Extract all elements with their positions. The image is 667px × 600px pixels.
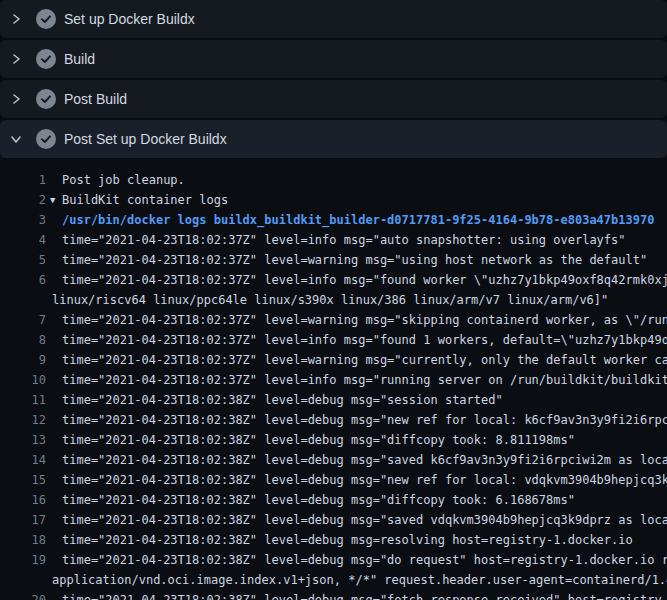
step-label: Build (64, 51, 95, 67)
log-text: time="2021-04-23T18:02:37Z" level=info m… (46, 330, 667, 350)
log-text: time="2021-04-23T18:02:38Z" level=debug … (46, 590, 667, 600)
log-line: 13time="2021-04-23T18:02:38Z" level=debu… (0, 430, 667, 450)
log-command-text: /usr/bin/docker logs buildx_buildkit_bui… (46, 210, 667, 230)
step-label: Post Build (64, 91, 127, 107)
actions-log-viewer: Set up Docker Buildx Build Post Bu (0, 0, 667, 600)
log-text: time="2021-04-23T18:02:38Z" level=debug … (46, 450, 667, 470)
steps-list: Set up Docker Buildx Build Post Bu (0, 0, 667, 158)
line-number[interactable]: 11 (0, 390, 46, 410)
step-label: Post Set up Docker Buildx (64, 131, 227, 147)
log-text: time="2021-04-23T18:02:37Z" level=info m… (46, 230, 667, 250)
line-number[interactable]: 18 (0, 530, 46, 550)
line-number[interactable]: 5 (0, 250, 46, 270)
log-text: time="2021-04-23T18:02:38Z" level=debug … (46, 490, 667, 510)
line-number[interactable]: 15 (0, 470, 46, 490)
log-text: time="2021-04-23T18:02:38Z" level=debug … (46, 530, 667, 550)
log-line: 1Post job cleanup. (0, 170, 667, 190)
log-line: 5time="2021-04-23T18:02:37Z" level=warni… (0, 250, 667, 270)
log-group-title[interactable]: BuildKit container logs (62, 190, 228, 210)
log-text: time="2021-04-23T18:02:38Z" level=debug … (46, 430, 667, 450)
check-circle-icon (36, 89, 56, 109)
line-number[interactable]: 6 (0, 270, 46, 290)
line-number[interactable]: 2 (0, 190, 46, 210)
log-text: time="2021-04-23T18:02:37Z" level=warnin… (46, 250, 667, 270)
log-text: time="2021-04-23T18:02:37Z" level=warnin… (46, 310, 667, 330)
log-line: 9time="2021-04-23T18:02:37Z" level=warni… (0, 350, 667, 370)
step-row-3[interactable]: Post Set up Docker Buildx (0, 120, 667, 158)
step-row-2[interactable]: Post Build (0, 80, 667, 118)
line-number[interactable]: 3 (0, 210, 46, 230)
log-text: time="2021-04-23T18:02:38Z" level=debug … (46, 470, 667, 490)
log-line: 18time="2021-04-23T18:02:38Z" level=debu… (0, 530, 667, 550)
log-line: 2▼BuildKit container logs (0, 190, 667, 210)
line-number[interactable]: 4 (0, 230, 46, 250)
group-collapse-icon[interactable]: ▼ (50, 190, 62, 210)
line-number[interactable]: 7 (0, 310, 46, 330)
check-circle-icon (36, 49, 56, 69)
log-line: 8time="2021-04-23T18:02:37Z" level=info … (0, 330, 667, 350)
log-text: time="2021-04-23T18:02:38Z" level=debug … (46, 510, 667, 530)
log-line: 17time="2021-04-23T18:02:38Z" level=debu… (0, 510, 667, 530)
log-text: Post job cleanup. (46, 170, 667, 190)
line-number[interactable]: 13 (0, 430, 46, 450)
log-line-continuation: application/vnd.oci.image.index.v1+json,… (0, 570, 667, 590)
log-area: 1Post job cleanup.2▼BuildKit container l… (0, 160, 667, 600)
line-number[interactable]: 1 (0, 170, 46, 190)
log-text: time="2021-04-23T18:02:37Z" level=info m… (46, 270, 667, 290)
log-text: time="2021-04-23T18:02:38Z" level=debug … (46, 410, 667, 430)
chevron-right-icon[interactable] (8, 11, 24, 27)
line-number[interactable]: 16 (0, 490, 46, 510)
log-line: 20time="2021-04-23T18:02:38Z" level=debu… (0, 590, 667, 600)
log-line: 3/usr/bin/docker logs buildx_buildkit_bu… (0, 210, 667, 230)
check-circle-icon (36, 129, 56, 149)
log-line: 4time="2021-04-23T18:02:37Z" level=info … (0, 230, 667, 250)
line-number[interactable]: 8 (0, 330, 46, 350)
log-line: 12time="2021-04-23T18:02:38Z" level=debu… (0, 410, 667, 430)
log-text: time="2021-04-23T18:02:37Z" level=warnin… (46, 350, 667, 370)
log-line-continuation: linux/riscv64 linux/ppc64le linux/s390x … (0, 290, 667, 310)
log-line: 6time="2021-04-23T18:02:37Z" level=info … (0, 270, 667, 290)
step-row-0[interactable]: Set up Docker Buildx (0, 0, 667, 38)
line-number[interactable]: 12 (0, 410, 46, 430)
log-text: time="2021-04-23T18:02:38Z" level=debug … (46, 390, 667, 410)
log-line: 10time="2021-04-23T18:02:37Z" level=info… (0, 370, 667, 390)
chevron-right-icon[interactable] (8, 51, 24, 67)
log-line: 19time="2021-04-23T18:02:38Z" level=debu… (0, 550, 667, 570)
line-number[interactable]: 9 (0, 350, 46, 370)
step-label: Set up Docker Buildx (64, 11, 195, 27)
chevron-right-icon[interactable] (8, 91, 24, 107)
log-text: application/vnd.oci.image.index.v1+json,… (0, 570, 667, 590)
log-text: linux/riscv64 linux/ppc64le linux/s390x … (0, 290, 667, 310)
log-group-header: ▼BuildKit container logs (46, 190, 667, 210)
log-line: 16time="2021-04-23T18:02:38Z" level=debu… (0, 490, 667, 510)
log-line: 14time="2021-04-23T18:02:38Z" level=debu… (0, 450, 667, 470)
log-text: time="2021-04-23T18:02:37Z" level=info m… (46, 370, 667, 390)
chevron-down-icon[interactable] (8, 131, 24, 147)
log-text: time="2021-04-23T18:02:38Z" level=debug … (46, 550, 667, 570)
check-circle-icon (36, 9, 56, 29)
log-line: 11time="2021-04-23T18:02:38Z" level=debu… (0, 390, 667, 410)
line-number[interactable]: 17 (0, 510, 46, 530)
log-line: 15time="2021-04-23T18:02:38Z" level=debu… (0, 470, 667, 490)
log-line: 7time="2021-04-23T18:02:37Z" level=warni… (0, 310, 667, 330)
line-number[interactable]: 19 (0, 550, 46, 570)
line-number[interactable]: 10 (0, 370, 46, 390)
step-row-1[interactable]: Build (0, 40, 667, 78)
line-number[interactable]: 14 (0, 450, 46, 470)
line-number[interactable]: 20 (0, 590, 46, 600)
